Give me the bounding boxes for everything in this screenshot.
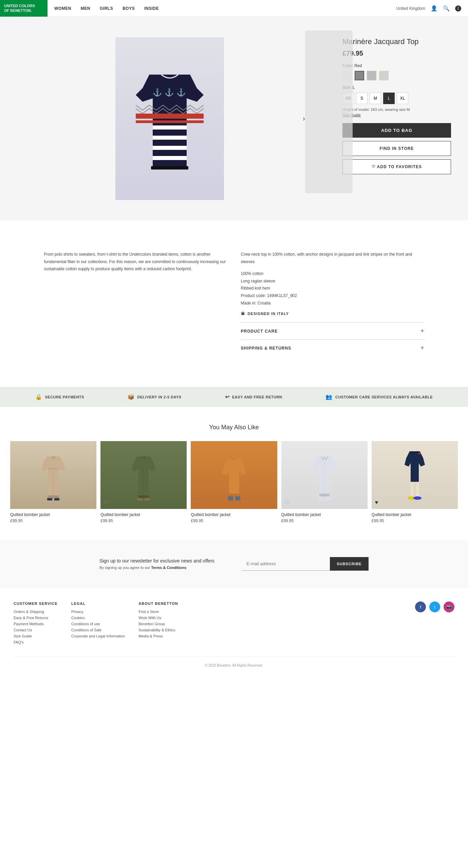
svg-rect-4 — [136, 120, 204, 123]
product-description-short: Crew neck top in 100% cotton, with ancho… — [241, 251, 424, 265]
spec-code: Product code: 1494K1L57_902 — [241, 292, 424, 300]
footer-about: ABOUT BENETTON Find a Store Work With Us… — [138, 601, 178, 646]
nav-boys[interactable]: BOYS — [123, 6, 135, 11]
subscribe-button[interactable]: SUBSCRIBE — [330, 557, 369, 571]
footer-link-corporate[interactable]: Corporate and Legal Information — [71, 634, 125, 638]
footer-link-find-store[interactable]: Find a Store — [138, 610, 178, 614]
jacket-svg-1 — [40, 450, 67, 500]
footer-link-media[interactable]: Media & Press — [138, 634, 178, 638]
product-card-img-3: ♡ — [191, 441, 277, 509]
product-section: ⚓ ⚓ ⚓ — [0, 17, 468, 220]
product-card-name-1: Quilted bomber jacket — [10, 512, 96, 517]
brand-logo[interactable]: UNITED COLORS OF BENETTON. — [0, 0, 48, 17]
product-price: £79.95 — [342, 50, 451, 57]
product-card-name-2: Quilted bomber jacket — [100, 512, 187, 517]
newsletter-subtext: By signing up you agree to our Terms & C… — [99, 566, 214, 570]
terms-link[interactable]: Terms & Conditions — [151, 566, 186, 570]
product-img-olive — [100, 441, 187, 509]
main-nav: WOMEN MEN GIRLS BOYS INSIDE — [48, 6, 396, 11]
add-to-bag-button[interactable]: ADD TO BAG — [342, 123, 451, 138]
size-l[interactable]: L — [383, 93, 395, 104]
next-arrow[interactable]: › — [303, 114, 305, 123]
spec-cotton: 100% cotton — [241, 270, 424, 278]
product-specs: 100% cotton Long raglan sleeve Ribbed kn… — [241, 270, 424, 307]
instagram-button[interactable]: 📷 — [444, 601, 454, 612]
svg-rect-17 — [47, 498, 52, 500]
email-input[interactable] — [242, 557, 330, 571]
color-swatch-lightgray[interactable] — [367, 71, 376, 80]
spec-made-in: Made in: Croatia — [241, 300, 424, 307]
nav-men[interactable]: MEN — [81, 6, 90, 11]
color-swatch-silver[interactable] — [379, 71, 389, 80]
region-selector[interactable]: United Kingdom — [396, 6, 425, 11]
svg-rect-6 — [153, 131, 187, 135]
search-icon[interactable]: 🔍 — [443, 5, 450, 12]
sweater-image: ⚓ ⚓ ⚓ — [115, 37, 224, 200]
product-care-accordion[interactable]: PRODUCT CARE + — [241, 322, 424, 339]
description-inner: From polo shirts to sweaters, from t-shi… — [31, 234, 438, 373]
footer-customer-service: CUSTOMER SERVICE Orders & Shipping Easy … — [14, 601, 58, 646]
spec-hem: Ribbed knit hem — [241, 285, 424, 292]
svg-rect-29 — [325, 496, 331, 500]
description-left: From polo shirts to sweaters, from t-shi… — [44, 251, 227, 356]
size-s[interactable]: S — [356, 93, 368, 104]
footer-link-benetton-group[interactable]: Benetton Group — [138, 622, 178, 626]
product-card-name-5: Quilted bomber jacket — [372, 512, 458, 517]
product-card-3[interactable]: ♡ Quilted bomber jacket £99.95 — [191, 441, 277, 523]
svg-rect-7 — [153, 136, 187, 140]
size-xl[interactable]: XL — [397, 93, 408, 104]
designed-italy: 🏛 DESIGNED IN ITALY — [241, 312, 424, 316]
color-swatches — [342, 71, 451, 80]
heart-icon-2[interactable]: ♡ — [104, 499, 109, 506]
size-label: Size: L — [342, 85, 451, 90]
footer-link-cookies[interactable]: Cookies — [71, 616, 125, 620]
svg-rect-3 — [136, 114, 204, 119]
nav-inside[interactable]: INSIDE — [144, 6, 159, 11]
footer-link-work-with-us[interactable]: Work With Us — [138, 616, 178, 620]
nav-girls[interactable]: GIRLS — [100, 6, 113, 11]
size-m[interactable]: M — [370, 93, 381, 104]
twitter-button[interactable]: t — [429, 601, 440, 612]
feature-customer-care: 👥 CUSTOMER CARE SERVICES ALWAYS AVAILABL… — [325, 394, 433, 400]
add-to-favorites-button[interactable]: ♡ ADD TO FAVORITES — [342, 159, 451, 174]
size-guide-link[interactable]: Size Guide — [342, 113, 451, 117]
footer: CUSTOMER SERVICE Orders & Shipping Easy … — [0, 588, 468, 674]
product-card-4[interactable]: ♡ Quilted bomber jacket £99.95 — [281, 441, 368, 523]
product-card-5[interactable]: ♥ Quilted bomber jacket £99.95 — [372, 441, 458, 523]
product-card-img-4: ♡ — [281, 441, 368, 509]
footer-link-orders[interactable]: Orders & Shipping — [14, 610, 58, 614]
footer-link-size-guide[interactable]: Size Guide — [14, 634, 58, 638]
product-card-2[interactable]: ♡ Quilted bomber jacket £99.95 — [100, 441, 187, 523]
product-card-price-3: £99.95 — [191, 518, 277, 523]
heart-icon-5[interactable]: ♥ — [375, 499, 378, 506]
heart-icon-3[interactable]: ♡ — [194, 499, 199, 506]
footer-social: f t 📷 — [415, 601, 454, 646]
footer-link-sustainability[interactable]: Sustainability & Ethics — [138, 628, 178, 632]
footer-link-contact[interactable]: Contact Us — [14, 628, 58, 632]
nav-women[interactable]: WOMEN — [54, 6, 71, 11]
find-in-store-button[interactable]: FIND IN STORE — [342, 141, 451, 156]
footer-link-privacy[interactable]: Privacy — [71, 610, 125, 614]
heart-icon-4[interactable]: ♡ — [285, 499, 289, 506]
footer-link-payment[interactable]: Payment Methods — [14, 622, 58, 626]
footer-link-conditions-use[interactable]: Conditions of use — [71, 622, 125, 626]
footer-link-conditions-sale[interactable]: Conditions of Sale — [71, 628, 125, 632]
color-swatch-darkgray[interactable] — [355, 71, 364, 80]
facebook-button[interactable]: f — [415, 601, 426, 612]
footer-cs-heading: CUSTOMER SERVICE — [14, 601, 58, 606]
svg-rect-13 — [151, 166, 188, 170]
sweater-svg-3 — [221, 450, 248, 500]
heart-icon-1[interactable]: ♡ — [14, 499, 18, 506]
shirt-svg-4 — [311, 450, 338, 500]
shipping-returns-accordion[interactable]: SHIPPING & RETURNS + — [241, 339, 424, 356]
footer-link-returns[interactable]: Easy & Free Returns — [14, 616, 58, 620]
product-card-1[interactable]: ♡ Quilted bomber jacket £99.95 — [10, 441, 96, 523]
user-icon[interactable]: 👤 — [431, 5, 437, 12]
product-card-name-4: Quilted bomber jacket — [281, 512, 368, 517]
return-icon: ↩ — [225, 394, 230, 400]
cart-icon[interactable]: 2 — [455, 5, 461, 12]
product-card-name-3: Quilted bomber jacket — [191, 512, 277, 517]
footer-link-faq[interactable]: FAQ's — [14, 640, 58, 644]
svg-rect-27 — [319, 494, 330, 496]
svg-rect-12 — [153, 161, 187, 165]
